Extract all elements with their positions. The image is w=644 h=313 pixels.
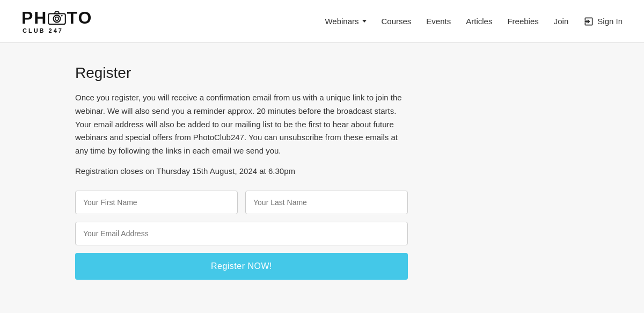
page-title: Register [75,64,569,82]
svg-point-1 [54,15,61,22]
name-row [75,191,408,214]
registration-form: Register NOW! [75,191,569,280]
logo-to: TO [67,9,92,26]
site-header: PH TO CLUB 247 Webinars Cour [0,0,644,43]
nav-item-freebies[interactable]: Freebies [507,17,538,26]
svg-point-2 [55,17,59,20]
logo-main-text: PH TO [21,9,92,26]
sign-in-button[interactable]: Sign In [583,16,623,27]
nav-item-join[interactable]: Join [554,17,569,26]
nav-item-webinars[interactable]: Webinars [325,17,366,26]
logo[interactable]: PH TO CLUB 247 [21,9,92,34]
nav-item-courses[interactable]: Courses [382,17,412,26]
svg-point-3 [61,14,63,16]
nav-item-events[interactable]: Events [426,17,451,26]
first-name-input[interactable] [75,191,238,214]
description-text: Once you register, you will receive a co… [75,91,408,158]
nav-item-articles[interactable]: Articles [466,17,492,26]
registration-closes-text: Registration closes on Thursday 15th Aug… [75,166,408,176]
signin-label: Sign In [597,17,623,26]
register-now-button[interactable]: Register NOW! [75,253,408,280]
last-name-input[interactable] [245,191,408,214]
chevron-down-icon [362,20,367,23]
main-content: Register Once you register, you will rec… [64,43,580,312]
email-input[interactable] [75,222,408,245]
signin-icon [583,16,594,27]
logo-camera-icon [48,11,66,25]
main-nav: Webinars Courses Events Articles Freebie… [325,16,623,27]
logo-ph: PH [21,9,47,26]
logo-sub-text: CLUB 247 [21,27,63,34]
